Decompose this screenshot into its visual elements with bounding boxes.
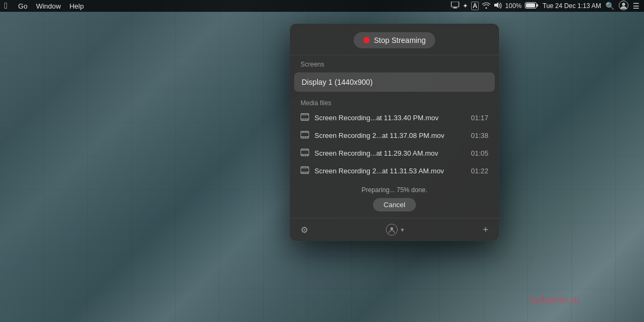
svg-rect-22 — [301, 136, 309, 137]
svg-rect-23 — [302, 131, 303, 133]
cancel-button[interactable]: Cancel — [373, 198, 416, 211]
svg-rect-47 — [305, 167, 306, 168]
svg-rect-17 — [304, 119, 305, 121]
film-icon-2 — [301, 149, 309, 158]
media-duration-3: 01:22 — [471, 167, 488, 175]
svg-rect-48 — [308, 167, 309, 168]
stop-streaming-button[interactable]: Stop Streaming — [354, 32, 436, 48]
media-duration-0: 01:17 — [471, 114, 488, 122]
recording-dot — [363, 37, 370, 43]
svg-rect-26 — [308, 131, 309, 133]
svg-marker-3 — [494, 2, 499, 8]
svg-rect-46 — [304, 167, 305, 168]
media-item-1[interactable]: Screen Recording 2...at 11.37.08 PM.mov … — [290, 127, 499, 144]
svg-rect-10 — [301, 115, 309, 115]
svg-rect-11 — [301, 119, 309, 119]
media-duration-1: 01:38 — [471, 131, 488, 140]
media-item-0[interactable]: Screen Recording...at 11.33.40 PM.mov 01… — [290, 109, 499, 127]
svg-rect-39 — [304, 155, 305, 156]
film-icon-1 — [301, 131, 309, 140]
media-name-1: Screen Recording 2...at 11.37.08 PM.mov — [314, 131, 465, 140]
svg-rect-13 — [304, 114, 305, 115]
svg-rect-19 — [308, 119, 309, 121]
display-item[interactable]: Display 1 (1440x900) — [294, 72, 495, 92]
apple-menu-icon[interactable]:  — [4, 1, 8, 11]
menu-window[interactable]: Window — [36, 2, 61, 10]
svg-rect-29 — [305, 137, 306, 138]
stop-streaming-area: Stop Streaming — [290, 24, 499, 55]
svg-rect-18 — [305, 119, 306, 121]
svg-rect-44 — [301, 172, 309, 172]
volume-icon — [494, 2, 502, 10]
svg-rect-6 — [526, 3, 535, 8]
film-icon-3 — [301, 166, 309, 175]
menubar:  Go Window Help ✦ A — [0, 0, 644, 12]
svg-point-8 — [622, 3, 625, 6]
media-name-2: Screen Recording...at 11.29.30 AM.mov — [314, 149, 465, 157]
media-duration-2: 01:05 — [471, 149, 488, 157]
control-center-icon[interactable]: ☰ — [633, 2, 640, 10]
svg-rect-27 — [302, 137, 303, 138]
svg-rect-5 — [537, 4, 538, 7]
menu-help[interactable]: Help — [69, 2, 84, 10]
menu-go[interactable]: Go — [18, 2, 27, 10]
clock-label: Tue 24 Dec 1:13 AM — [543, 2, 601, 10]
svg-rect-24 — [304, 131, 305, 133]
menubar-right: ✦ A 100% — [451, 1, 640, 12]
media-files-label: Media files — [290, 96, 499, 109]
svg-rect-35 — [304, 149, 305, 150]
progress-text: Preparing... 75% done. — [362, 186, 428, 194]
media-name-3: Screen Recording 2...at 11.31.53 AM.mov — [314, 167, 465, 175]
settings-gear-icon[interactable]: ⚙ — [301, 225, 308, 235]
svg-rect-15 — [308, 114, 309, 115]
media-name-0: Screen Recording...at 11.33.40 PM.mov — [314, 114, 465, 122]
wifi-icon — [482, 2, 491, 10]
svg-rect-16 — [302, 119, 303, 121]
svg-point-53 — [390, 228, 393, 230]
spotlight-search-icon[interactable]: 🔍 — [605, 2, 614, 10]
monitor-icon — [451, 2, 459, 10]
svg-rect-40 — [305, 155, 306, 156]
svg-rect-28 — [304, 137, 305, 138]
svg-rect-0 — [451, 2, 459, 7]
stop-streaming-label: Stop Streaming — [374, 36, 426, 45]
svg-rect-38 — [302, 155, 303, 156]
svg-rect-37 — [308, 149, 309, 150]
media-item-3[interactable]: Screen Recording 2...at 11.31.53 AM.mov … — [290, 162, 499, 180]
battery-pct-label: 100% — [505, 2, 522, 10]
media-item-2[interactable]: Screen Recording...at 11.29.30 AM.mov 01… — [290, 144, 499, 162]
svg-rect-36 — [305, 149, 306, 150]
svg-rect-51 — [305, 172, 306, 174]
screens-section-label: Screens — [290, 55, 499, 71]
menubar-left:  Go Window Help — [4, 1, 84, 11]
svg-rect-21 — [301, 133, 309, 133]
svg-rect-2 — [453, 8, 457, 9]
svg-rect-34 — [302, 149, 303, 150]
svg-rect-49 — [302, 172, 303, 174]
user-chevron-icon: ▼ — [400, 227, 405, 233]
svg-rect-43 — [301, 168, 309, 169]
svg-rect-30 — [308, 137, 309, 138]
status-icons: ✦ A 100% — [451, 1, 538, 11]
svg-rect-41 — [308, 155, 309, 156]
bottom-toolbar: ⚙ ▼ + — [290, 218, 499, 241]
add-button[interactable]: + — [482, 224, 488, 236]
battery-icon — [525, 1, 538, 11]
user-avatar-toolbar-icon[interactable] — [386, 224, 398, 236]
progress-area: Preparing... 75% done. Cancel — [290, 180, 499, 216]
user-avatar-icon[interactable] — [619, 1, 628, 12]
svg-rect-45 — [302, 167, 303, 168]
bluetooth-icon: ✦ — [463, 2, 468, 10]
svg-rect-14 — [305, 114, 306, 115]
svg-rect-12 — [302, 114, 303, 115]
film-icon-0 — [301, 113, 309, 122]
svg-rect-25 — [305, 131, 306, 133]
svg-rect-33 — [301, 154, 309, 155]
svg-rect-50 — [304, 172, 305, 174]
text-input-icon: A — [471, 2, 479, 10]
display-label: Display 1 (1440x900) — [302, 78, 372, 86]
svg-rect-32 — [301, 150, 309, 151]
svg-rect-52 — [308, 172, 309, 174]
streaming-panel: Stop Streaming Screens Display 1 (1440x9… — [290, 24, 499, 241]
toolbar-center: ▼ — [308, 224, 482, 236]
